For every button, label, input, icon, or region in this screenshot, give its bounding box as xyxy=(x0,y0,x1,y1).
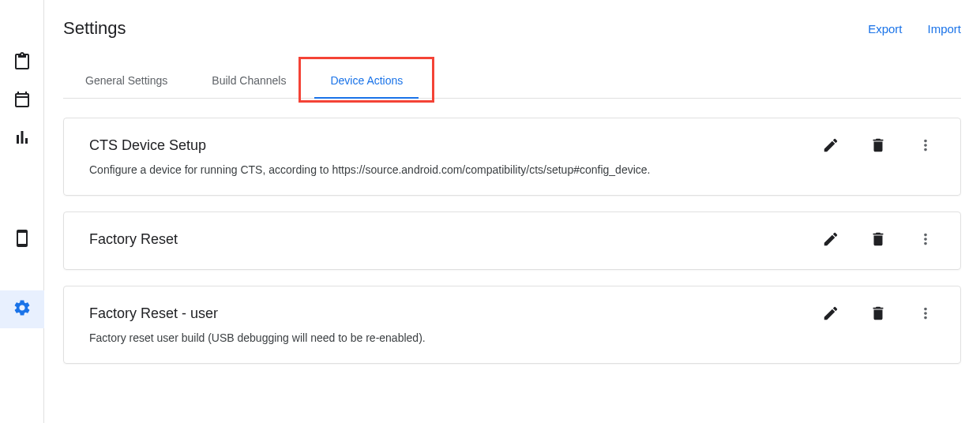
clipboard-icon xyxy=(13,52,32,74)
delete-button[interactable] xyxy=(869,305,888,324)
header-actions: Export Import xyxy=(868,22,961,36)
card-description: Configure a device for running CTS, acco… xyxy=(89,163,821,176)
smartphone-icon xyxy=(13,229,32,251)
sidebar-item-calendar[interactable] xyxy=(0,82,44,120)
sidebar-item-analytics[interactable] xyxy=(0,120,44,158)
pencil-icon xyxy=(822,305,839,325)
tab-build-channels[interactable]: Build Channels xyxy=(190,63,308,98)
pencil-icon xyxy=(822,230,839,251)
action-card: Factory Reset xyxy=(63,212,961,270)
action-card: Factory Reset - user Factory reset user … xyxy=(63,286,961,364)
sidebar-item-clipboard[interactable] xyxy=(0,44,44,82)
action-card: CTS Device Setup Configure a device for … xyxy=(63,118,961,196)
card-description: Factory reset user build (USB debugging … xyxy=(89,331,821,344)
more-button[interactable] xyxy=(916,305,935,324)
more-button[interactable] xyxy=(916,137,935,156)
sidebar xyxy=(0,0,44,423)
card-title: CTS Device Setup xyxy=(89,137,821,154)
trash-icon xyxy=(869,137,887,157)
more-vert-icon xyxy=(917,137,934,157)
bar-chart-icon xyxy=(13,128,32,150)
edit-button[interactable] xyxy=(821,305,840,324)
sidebar-item-device[interactable] xyxy=(0,221,44,259)
import-link[interactable]: Import xyxy=(927,22,961,36)
sidebar-item-settings[interactable] xyxy=(0,290,44,328)
edit-button[interactable] xyxy=(821,137,840,156)
more-vert-icon xyxy=(917,230,934,251)
calendar-icon xyxy=(13,90,32,112)
edit-button[interactable] xyxy=(821,231,840,250)
trash-icon xyxy=(869,230,887,251)
page-title: Settings xyxy=(63,18,126,39)
header: Settings Export Import xyxy=(63,0,961,51)
tab-general-settings[interactable]: General Settings xyxy=(63,63,190,98)
gear-icon xyxy=(13,298,32,320)
card-title: Factory Reset xyxy=(89,231,821,248)
delete-button[interactable] xyxy=(869,231,888,250)
trash-icon xyxy=(869,305,887,325)
tabs: General Settings Build Channels Device A… xyxy=(63,63,961,99)
cards-list: CTS Device Setup Configure a device for … xyxy=(63,99,961,364)
card-title: Factory Reset - user xyxy=(89,305,821,322)
more-vert-icon xyxy=(917,305,934,325)
tab-device-actions[interactable]: Device Actions xyxy=(308,63,425,98)
export-link[interactable]: Export xyxy=(868,22,902,36)
main-content: Settings Export Import General Settings … xyxy=(44,0,980,423)
more-button[interactable] xyxy=(916,231,935,250)
pencil-icon xyxy=(822,137,839,157)
delete-button[interactable] xyxy=(869,137,888,156)
